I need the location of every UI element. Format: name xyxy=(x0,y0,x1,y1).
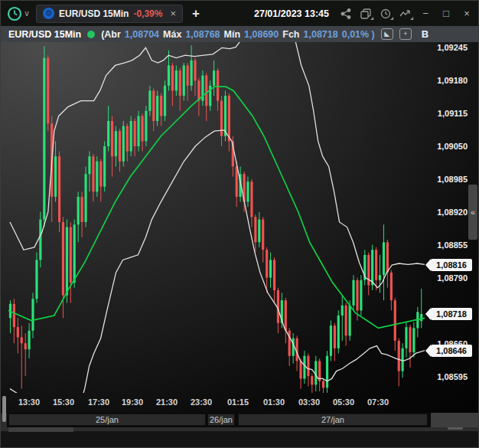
window-bottom-frame xyxy=(1,431,478,434)
status-dot-icon xyxy=(87,31,95,38)
low-label: Mín xyxy=(224,29,241,40)
candlestick-chart[interactable] xyxy=(7,42,425,393)
high-value: 1,08768 xyxy=(185,29,220,40)
time-axis[interactable]: 13:3015:3017:3019:3021:3023:3001:1501:30… xyxy=(7,393,478,413)
chart-area: « 1,092451,091801,091151,090501,089851,0… xyxy=(7,42,478,393)
open-label: (Abr xyxy=(101,29,121,40)
price-tick-label: 1,09050 xyxy=(437,141,468,152)
date-segment[interactable]: 25/jan xyxy=(8,414,206,426)
price-tick-label: 1,08985 xyxy=(437,174,468,185)
chart-tab[interactable]: ⚙ EUR/USD 15Min -0,39% × xyxy=(36,5,183,23)
date-segment[interactable]: 27/jan xyxy=(238,414,428,426)
dropdown-caret-icon xyxy=(390,17,393,20)
time-tick-label: 01:15 xyxy=(227,397,249,407)
trend-tools-icon[interactable] xyxy=(399,7,412,20)
chart-region: « 1,092451,091801,091151,090501,089851,0… xyxy=(1,42,478,413)
time-tick-label: 07:30 xyxy=(367,397,389,407)
datetime-label: 27/01/2023 13:45 xyxy=(254,8,329,19)
price-tick-label: 1,08595 xyxy=(437,371,468,382)
clock-app-glyph xyxy=(7,6,22,21)
zoom-in-button[interactable]: + xyxy=(399,28,412,40)
chevron-down-icon[interactable]: ∨ xyxy=(24,8,30,18)
low-value: 1,08690 xyxy=(244,29,279,40)
duplicate-window-icon[interactable] xyxy=(359,7,372,20)
time-tick-label: 15:30 xyxy=(53,397,74,407)
close-value: 1,08718 xyxy=(304,29,338,40)
time-tick-label: 13:30 xyxy=(18,397,40,407)
bid-marker-label: B xyxy=(422,28,428,40)
time-tick-label: 23:30 xyxy=(191,397,212,407)
share-icon[interactable] xyxy=(339,7,352,20)
candles xyxy=(9,45,422,393)
time-tick-label: 03:30 xyxy=(298,397,320,407)
price-tick-label: 1,09180 xyxy=(437,75,468,86)
last-price-tag: 1,08718 xyxy=(431,308,472,320)
price-tick-label: 1,08920 xyxy=(437,207,468,217)
maximize-button[interactable]: □ xyxy=(439,8,453,19)
high-label: Máx xyxy=(163,29,181,40)
time-tick-label: 21:30 xyxy=(156,397,178,407)
tab-symbol-label: EUR/USD 15Min xyxy=(59,8,129,19)
new-tab-button[interactable]: + xyxy=(192,6,200,21)
price-tick-label: 1,09245 xyxy=(437,42,468,53)
app-window: ∨ ⚙ EUR/USD 15Min -0,39% × + 27/01/2023 … xyxy=(0,0,479,448)
price-tick-label: 1,08790 xyxy=(437,273,468,283)
date-axis[interactable]: 25/jan26/jan27/jan xyxy=(7,413,478,427)
gear-icon: ⚙ xyxy=(43,8,54,19)
scale-reset-button[interactable]: ◣ xyxy=(381,28,393,40)
percent-change-value: 0,01% ) xyxy=(342,29,375,40)
time-tick-label: 05:30 xyxy=(333,397,354,407)
time-tick-label: 17:30 xyxy=(88,397,109,407)
minimize-button[interactable]: − xyxy=(419,8,432,19)
collapse-chevrons-icon: « xyxy=(471,208,475,217)
date-segment[interactable]: 26/jan xyxy=(207,414,235,426)
dropdown-caret-icon xyxy=(410,17,413,20)
dropdown-caret-icon xyxy=(370,17,373,20)
price-axis[interactable]: « 1,092451,091801,091151,090501,089851,0… xyxy=(425,42,478,393)
price-tick-label: 1,08855 xyxy=(437,240,468,250)
history-clock-icon[interactable] xyxy=(379,7,392,20)
upper-band-tag: 1,08816 xyxy=(431,259,472,271)
header-symbol-label: EUR/USD 15Min xyxy=(8,29,81,40)
close-label: Fch xyxy=(282,29,299,40)
close-window-button[interactable]: × xyxy=(460,8,474,19)
bottom-right-filler xyxy=(431,413,478,427)
lower-band-tag: 1,08646 xyxy=(431,345,472,357)
titlebar: ∨ ⚙ EUR/USD 15Min -0,39% × + 27/01/2023 … xyxy=(1,1,478,26)
bollinger-lower-band xyxy=(10,130,425,393)
open-value: 1,08704 xyxy=(125,29,159,40)
vertical-scrollbar-thumb[interactable] xyxy=(2,396,6,422)
tab-change-badge: -0,39% xyxy=(133,8,162,19)
ohlc-header: EUR/USD 15Min (Abr 1,08704 Máx 1,08768 M… xyxy=(1,26,478,42)
clock-app-icon[interactable] xyxy=(7,6,22,21)
close-tab-icon[interactable]: × xyxy=(170,8,176,19)
price-tick-label: 1,09115 xyxy=(438,108,468,119)
titlebar-right: 27/01/2023 13:45 − □ × xyxy=(254,7,474,20)
time-tick-label: 01:30 xyxy=(263,397,285,407)
time-tick-label: 19:30 xyxy=(122,397,143,407)
panel-collapse-handle[interactable]: « xyxy=(468,185,477,240)
